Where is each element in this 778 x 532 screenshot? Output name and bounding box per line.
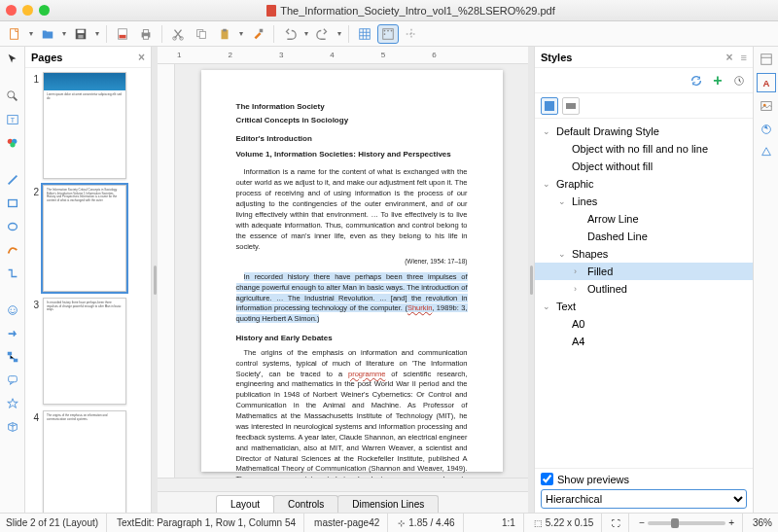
style-item[interactable]: Object with no fill and no line: [535, 140, 753, 158]
style-item[interactable]: ⌄Text: [535, 298, 753, 315]
history-heading: History and Early Debates: [236, 333, 468, 344]
style-item[interactable]: ›Filled: [535, 263, 753, 280]
status-ratio[interactable]: 1:1: [502, 514, 524, 532]
page-thumb-1[interactable]: Lorem ipsum dolor sit amet consectetur a…: [43, 72, 126, 179]
undo-button[interactable]: [279, 24, 301, 44]
style-item[interactable]: ⌄Graphic: [535, 175, 753, 193]
snap-button[interactable]: [377, 24, 399, 44]
star-tool[interactable]: [4, 395, 21, 412]
style-item[interactable]: Object without fill: [535, 158, 753, 175]
style-item[interactable]: ›Outlined: [535, 280, 753, 298]
copy-button[interactable]: [191, 24, 212, 44]
close-styles-icon[interactable]: ×: [726, 51, 733, 64]
svg-rect-39: [760, 54, 771, 65]
volume-heading: Volume 1, Information Societies: History…: [236, 149, 468, 160]
vertical-ruler[interactable]: [158, 64, 175, 478]
style-item[interactable]: Dashed Line: [535, 228, 753, 245]
h-scrollbar[interactable]: [158, 478, 528, 491]
shapes-icon[interactable]: [758, 144, 775, 161]
tab-dimension[interactable]: Dimension Lines: [337, 495, 439, 513]
show-previews-checkbox[interactable]: Show previews: [541, 473, 747, 485]
close-pages-icon[interactable]: ×: [138, 51, 145, 64]
curve-tool[interactable]: [4, 241, 21, 259]
page-thumb-4[interactable]: The origins of the emphasis on informati…: [43, 410, 126, 513]
page-thumb-2[interactable]: The Information Society Critical Concept…: [43, 185, 126, 292]
thumbnails[interactable]: 1Lorem ipsum dolor sit amet consectetur …: [25, 68, 151, 513]
cut-button[interactable]: [167, 24, 189, 44]
arrow-tool[interactable]: [4, 325, 21, 342]
document-page[interactable]: The Information Society Critical Concept…: [201, 70, 503, 472]
grid-button[interactable]: [354, 24, 375, 44]
text-tool[interactable]: T: [4, 111, 21, 128]
svg-rect-41: [760, 102, 771, 111]
svg-rect-28: [8, 200, 17, 207]
new-doc-button[interactable]: [4, 24, 25, 44]
zoom-value[interactable]: 36%: [753, 517, 772, 528]
export-pdf-button[interactable]: [112, 24, 133, 44]
style-item[interactable]: ⌄Lines: [535, 193, 753, 210]
citation-1: (Wiener, 1954: 17–18): [236, 257, 468, 266]
minimize-window[interactable]: [22, 5, 33, 16]
style-item[interactable]: Arrow Line: [535, 210, 753, 228]
rect-tool[interactable]: [4, 195, 21, 212]
zoom-slider[interactable]: −+: [639, 514, 743, 532]
paste-button[interactable]: [214, 24, 235, 44]
save-dropdown[interactable]: ▾: [93, 29, 101, 38]
presentation-styles-icon[interactable]: [562, 97, 580, 115]
status-slide: Slide 2 of 21 (Layout): [6, 514, 107, 532]
color-tool[interactable]: [4, 134, 21, 152]
styles-header: Styles × ≡: [535, 47, 753, 68]
style-item[interactable]: ⌄Shapes: [535, 245, 753, 263]
svg-text:A: A: [762, 78, 769, 89]
canvas[interactable]: The Information Society Critical Concept…: [158, 64, 528, 478]
callout-tool[interactable]: [4, 372, 21, 389]
save-button[interactable]: [70, 24, 91, 44]
line-tool[interactable]: [4, 171, 21, 189]
svg-point-22: [7, 91, 14, 98]
svg-rect-2: [78, 29, 85, 33]
zoom-fit[interactable]: ⛶: [612, 514, 629, 532]
open-dropdown[interactable]: ▾: [60, 29, 68, 38]
select-tool[interactable]: [4, 51, 21, 68]
left-toolbox: T: [0, 47, 25, 513]
open-button[interactable]: [37, 24, 58, 44]
page-thumb-3[interactable]: In recorded history there have perhaps b…: [43, 298, 126, 405]
horizontal-ruler[interactable]: 123456: [158, 47, 528, 64]
svg-rect-35: [8, 376, 17, 382]
style-item[interactable]: ⌄Default Drawing Style: [535, 123, 753, 140]
refresh-icon[interactable]: [689, 73, 704, 89]
svg-rect-12: [199, 31, 205, 38]
print-button[interactable]: [135, 24, 157, 44]
smiley-tool[interactable]: [4, 301, 21, 319]
styles-icon[interactable]: A: [758, 74, 775, 91]
maximize-window[interactable]: [39, 5, 50, 16]
navigator-icon[interactable]: [758, 121, 775, 138]
graphic-styles-icon[interactable]: [541, 97, 558, 115]
svg-rect-8: [143, 35, 148, 39]
close-window[interactable]: [6, 5, 17, 16]
new-style-icon[interactable]: +: [710, 73, 725, 89]
flowchart-tool[interactable]: [4, 348, 21, 366]
tab-layout[interactable]: Layout: [216, 495, 274, 513]
new-doc-dropdown[interactable]: ▾: [27, 29, 35, 38]
clone-format-button[interactable]: [247, 24, 268, 44]
styles-tree[interactable]: ⌄Default Drawing StyleObject with no fil…: [535, 119, 753, 468]
status-pos: ⊹1.85 / 4.46: [398, 514, 463, 532]
helplines-button[interactable]: [401, 24, 422, 44]
gallery-icon[interactable]: [758, 97, 775, 115]
menu-icon[interactable]: ≡: [741, 52, 747, 63]
style-item[interactable]: A0: [535, 315, 753, 333]
connector-tool[interactable]: [4, 265, 21, 282]
style-category-row: [535, 93, 753, 119]
3d-tool[interactable]: [4, 418, 21, 436]
style-item[interactable]: A4: [535, 333, 753, 350]
svg-point-29: [8, 224, 17, 231]
style-filter-select[interactable]: Hierarchical: [541, 489, 747, 509]
update-style-icon[interactable]: [731, 73, 747, 89]
status-master[interactable]: master-page42: [314, 514, 388, 532]
tab-controls[interactable]: Controls: [273, 495, 338, 513]
properties-icon[interactable]: [758, 51, 775, 68]
redo-button[interactable]: [312, 24, 334, 44]
zoom-tool[interactable]: [4, 88, 21, 105]
ellipse-tool[interactable]: [4, 218, 21, 235]
